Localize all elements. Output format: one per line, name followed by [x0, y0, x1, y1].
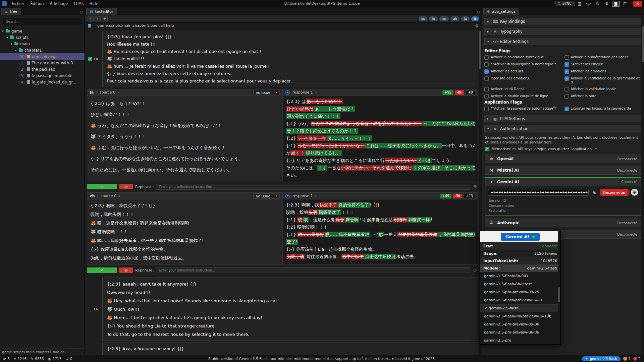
- flag-checkbox[interactable]: [565, 87, 569, 92]
- language-checkbox-fr[interactable]: ✓: [88, 57, 92, 61]
- apps-grid-icon[interactable]: ⊞: [621, 1, 629, 7]
- source-line[interactable]: 🐺 哎哟哎哟！！！: [91, 228, 279, 236]
- source-line[interactable]: ひどい頭痛だ！！！: [91, 109, 279, 120]
- globe-icon[interactable]: ⊕: [594, 1, 602, 7]
- menu-llms[interactable]: LLMs: [71, 0, 87, 7]
- response-line[interactable]: {:1} 嗯……我最好哎……我还是去看看吧，他吵一整天都要把我的耳朵震炸，我的耳…: [286, 231, 475, 238]
- tree-item-chapter1[interactable]: ▾chapter1: [0, 47, 85, 53]
- collapse-sidebar-icon[interactable]: ◻: [80, 10, 83, 14]
- settings-scrollbar[interactable]: [641, 15, 644, 355]
- reject-button[interactable]: ⊘: [119, 267, 133, 273]
- section-authentication[interactable]: ▾ ◈ Authentication: [484, 125, 642, 132]
- source-line[interactable]: {:-} 你应该带Lia去找那个奇怪的生物。: [91, 245, 279, 254]
- source-line[interactable]: 哎哟，我的头啊！！！: [91, 210, 279, 219]
- source-line[interactable]: 🦊 嗯……我最好去看看，他一整天都要把我的耳朵震炸了!: [91, 236, 279, 245]
- menu-edition[interactable]: Édition: [28, 0, 47, 7]
- source-line[interactable]: そのためには、一番近い家に向かい、それを選んで移動してください。: [91, 164, 279, 175]
- flag-checkbox[interactable]: [565, 55, 569, 60]
- response-line[interactable]: {:2} 哎哟哎哟！！！: [286, 224, 475, 231]
- source-line[interactable]: 🦊 ふむ…見に行ったほうがいいな、一日中耳をつんざく音が続く！: [91, 142, 279, 153]
- lang-pill-en[interactable]: en: [439, 16, 449, 21]
- dialogue-line[interactable]: 🦊 Hmm... I better go check it out, he's …: [107, 313, 474, 322]
- chevron-right-icon[interactable]: ›: [119, 194, 120, 198]
- provider-row-anthropic[interactable]: AAnthropicDéconnecté: [485, 219, 641, 227]
- api-key-field[interactable]: ●●●●●●●●●●●●●●●●●●●●●●●●●●●●●●●●●●●●●●●●…: [488, 189, 589, 196]
- source-line[interactable]: 🦊 うわ、なんだこの地獄のような音は！猫を絞めてるみたいだ！: [91, 120, 279, 131]
- flag-checkbox[interactable]: [484, 107, 489, 111]
- flag-checkbox[interactable]: ✓: [565, 62, 569, 67]
- remember-keys-checkbox[interactable]: ✓: [485, 147, 489, 151]
- rephrase-input[interactable]: [156, 267, 470, 273]
- response-line[interactable]: 音！？猫でも締め上げてるのか！？: [286, 127, 475, 135]
- assistant-chip-icon[interactable]: ▣: [612, 1, 620, 7]
- model-option-gemini-2-5-pro-preview-05-06[interactable]: gemini-2.5-pro-preview-05-06: [480, 320, 560, 328]
- approve-button[interactable]: ✓: [87, 184, 117, 189]
- chevron-right-icon[interactable]: ›: [315, 90, 317, 95]
- dialogue-line[interactable]: 🦊 hum ... Je ferait mieux d'allez voir, …: [107, 63, 474, 70]
- reject-button[interactable]: ⊘: [119, 184, 133, 189]
- section-llm-settings[interactable]: ▸ ▦ LLM Settings: [484, 115, 642, 122]
- flag-checkbox[interactable]: [484, 87, 489, 92]
- lang-pill-es[interactable]: es: [419, 16, 428, 21]
- chevron-right-icon[interactable]: ›: [315, 194, 317, 198]
- search-input[interactable]: [3, 18, 82, 25]
- dialogue-line[interactable]: {:2:3} Аха, я больше не могу! {|}: [107, 345, 474, 353]
- dialogue-line[interactable]: 🐺 Ouch, ow!!!: [107, 305, 474, 313]
- response-line[interactable]: そのためには、まず一番近い家に向かい、それを選んで移動しくの家を選び、そこに向か…: [286, 164, 475, 172]
- add-button[interactable]: +: [102, 16, 108, 21]
- provider-row-mistral-ai[interactable]: MMistral AIDéconnecté: [485, 166, 641, 175]
- response-line[interactable]: 哎哟，我的头啊脑袋要炸了！！！: [286, 209, 475, 216]
- chevron-right-icon[interactable]: ›: [118, 90, 119, 95]
- tree-item-boo-call-help[interactable]: [0]:boo call help: [0, 53, 85, 60]
- billing-globe-icon[interactable]: ⊕: [631, 189, 638, 196]
- lang-pill-fr[interactable]: fr: [471, 16, 479, 21]
- settings-scrollbar-thumb[interactable]: [642, 26, 644, 62]
- lang-pill-ru[interactable]: ru: [429, 16, 438, 21]
- dialogue-line[interactable]: {:-} Vous devriez amenez Lia vers cette …: [107, 70, 474, 77]
- back-button[interactable]: ‹: [88, 16, 94, 21]
- dialogue-line[interactable]: Owwww my head!!!: [107, 288, 474, 297]
- active-model-badge[interactable]: ✦ gemini-2.5-flash: [582, 356, 621, 361]
- source-line[interactable]: {:-} リアをあの奇妙な生き物のところに連れて行ったほうがいいでしょう。: [91, 153, 279, 164]
- language-checkbox-en[interactable]: [88, 307, 92, 311]
- errors-indicator[interactable]: × 1: [633, 357, 641, 361]
- lang-pill-ja[interactable]: ja: [461, 16, 469, 21]
- section-typography[interactable]: ▸ A Typography: [484, 28, 642, 35]
- model-option-gemini-1-5-flash-8b-latest[interactable]: gemini-1.5-flash-8b-latest: [480, 280, 560, 288]
- flag-checkbox[interactable]: ✓: [565, 76, 569, 81]
- response-line[interactable]: {:2:3} 啊啊，我快受不了真的快撑不住了! {|}: [286, 201, 475, 209]
- source-line[interactable]: {:2:3} 啊啊，我快受不了了! {|}: [91, 201, 279, 210]
- response-line[interactable]: さい。: [286, 172, 475, 179]
- response-line[interactable]: 聋了!: [286, 238, 475, 246]
- response-line[interactable]: {:2:3} はあ、もうだめだ！: [286, 98, 475, 105]
- popup-scrollbar[interactable]: [558, 231, 560, 344]
- gear-icon[interactable]: ⚙: [603, 1, 611, 7]
- response-line[interactable]: {:1} うわ、なんだこの地獄のような音は！猫を絞めてるみたいだ！っ、なにこの地…: [286, 120, 475, 127]
- dialogue-line[interactable]: {:2:3} haaa j'en peut plus! {|}: [107, 33, 474, 41]
- flag-checkbox[interactable]: [565, 94, 569, 99]
- menu-fichier[interactable]: Fichier: [9, 0, 28, 7]
- tree-item-main[interactable]: ▾main: [0, 41, 85, 47]
- response-line[interactable]: {:2} テ イタタ、ウタ……ぅぅっ～！！！: [286, 135, 475, 142]
- dialogue-line[interactable]: Houilllleeee ma tete !!!: [107, 41, 474, 48]
- model-option-gemini-1-5-flash-8b-001[interactable]: gemini-1.5-flash-8b-001: [480, 272, 560, 280]
- flag-checkbox[interactable]: ✓: [565, 107, 569, 111]
- refresh-icon[interactable]: ⟳: [473, 267, 477, 273]
- sync-button[interactable]: ⇅ SYNC: [555, 1, 575, 6]
- response-line[interactable]: ひどい頭痛だぁ……もう無理だ！: [286, 105, 475, 113]
- rephrase-input[interactable]: [156, 184, 470, 190]
- tree-item-game[interactable]: ▾game: [0, 28, 85, 34]
- approve-button[interactable]: ✓: [87, 267, 117, 273]
- forward-button[interactable]: ›: [95, 16, 101, 21]
- refresh-icon[interactable]: ⟳: [473, 184, 477, 189]
- close-button[interactable]: ×: [633, 1, 642, 7]
- response-line[interactable]: 頭が割れそうに痛い！！！: [286, 113, 475, 120]
- menu-aide[interactable]: Aide: [87, 0, 101, 7]
- provider-row-openai[interactable]: ⊛OpenAIDéconnecté: [485, 155, 641, 163]
- source-line[interactable]: 🐺 アイタタ、ううう！！！: [91, 131, 279, 142]
- dialogue-line[interactable]: Pour cela rendez-vous a la caze la plus …: [107, 77, 474, 85]
- response-line[interactable]: {:-} 你应该带上Lia一起去找那个奇怪的生物。: [286, 246, 475, 253]
- tree-item-the-encounter-with-b[interactable]: [1]:The encounter with B...: [0, 60, 85, 66]
- flag-checkbox[interactable]: [484, 76, 489, 81]
- dialogue-line[interactable]: 🦊 Ho mais ces quoi ce bruit infernal ! o…: [107, 48, 474, 55]
